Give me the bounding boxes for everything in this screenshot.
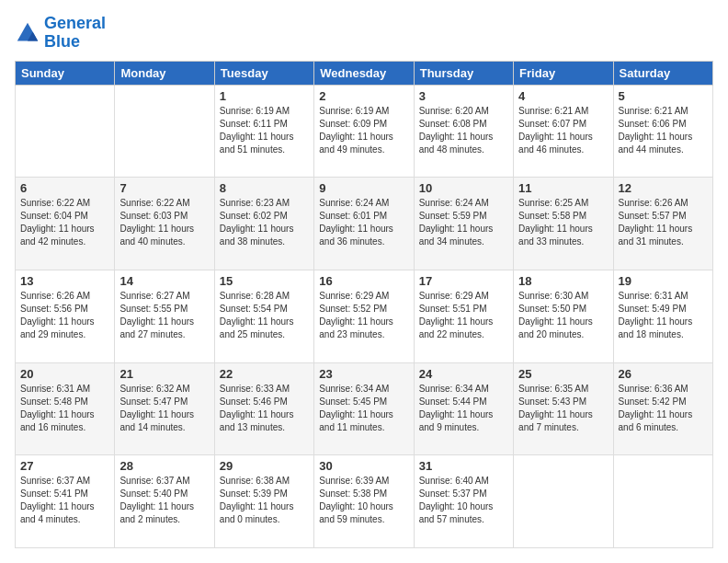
day-number: 8 bbox=[220, 181, 309, 195]
calendar-table: SundayMondayTuesdayWednesdayThursdayFrid… bbox=[15, 61, 713, 548]
day-number: 22 bbox=[220, 367, 309, 381]
logo: General Blue bbox=[15, 15, 106, 52]
calendar-cell: 9Sunrise: 6:24 AM Sunset: 6:01 PM Daylig… bbox=[314, 178, 414, 270]
calendar-cell bbox=[613, 455, 712, 548]
weekday-header: Friday bbox=[514, 61, 613, 85]
day-info: Sunrise: 6:36 AM Sunset: 5:42 PM Dayligh… bbox=[619, 383, 708, 434]
day-info: Sunrise: 6:31 AM Sunset: 5:48 PM Dayligh… bbox=[20, 383, 109, 434]
day-number: 28 bbox=[119, 459, 209, 473]
calendar-cell: 20Sunrise: 6:31 AM Sunset: 5:48 PM Dayli… bbox=[16, 362, 115, 455]
day-info: Sunrise: 6:21 AM Sunset: 6:06 PM Dayligh… bbox=[619, 105, 708, 156]
calendar-cell: 21Sunrise: 6:32 AM Sunset: 5:47 PM Dayli… bbox=[115, 362, 214, 455]
day-info: Sunrise: 6:31 AM Sunset: 5:49 PM Dayligh… bbox=[619, 290, 708, 341]
day-info: Sunrise: 6:22 AM Sunset: 6:03 PM Dayligh… bbox=[119, 197, 209, 248]
day-info: Sunrise: 6:38 AM Sunset: 5:39 PM Dayligh… bbox=[220, 475, 309, 526]
calendar-week-row: 27Sunrise: 6:37 AM Sunset: 5:41 PM Dayli… bbox=[16, 455, 713, 548]
calendar-cell: 26Sunrise: 6:36 AM Sunset: 5:42 PM Dayli… bbox=[613, 362, 712, 455]
weekday-header: Wednesday bbox=[314, 61, 414, 85]
calendar-cell: 23Sunrise: 6:34 AM Sunset: 5:45 PM Dayli… bbox=[314, 362, 414, 455]
day-info: Sunrise: 6:19 AM Sunset: 6:09 PM Dayligh… bbox=[319, 105, 408, 156]
calendar-cell: 1Sunrise: 6:19 AM Sunset: 6:11 PM Daylig… bbox=[214, 85, 313, 178]
calendar-cell: 11Sunrise: 6:25 AM Sunset: 5:58 PM Dayli… bbox=[514, 178, 613, 270]
calendar-cell: 15Sunrise: 6:28 AM Sunset: 5:54 PM Dayli… bbox=[214, 270, 313, 362]
day-number: 11 bbox=[518, 181, 608, 195]
calendar-cell: 31Sunrise: 6:40 AM Sunset: 5:37 PM Dayli… bbox=[414, 455, 513, 548]
day-info: Sunrise: 6:24 AM Sunset: 6:01 PM Dayligh… bbox=[319, 197, 408, 248]
day-number: 13 bbox=[20, 274, 109, 288]
day-number: 27 bbox=[20, 459, 109, 473]
day-number: 23 bbox=[319, 367, 408, 381]
day-info: Sunrise: 6:20 AM Sunset: 6:08 PM Dayligh… bbox=[419, 105, 508, 156]
day-number: 9 bbox=[319, 181, 408, 195]
day-number: 26 bbox=[619, 367, 708, 381]
calendar-cell: 29Sunrise: 6:38 AM Sunset: 5:39 PM Dayli… bbox=[214, 455, 313, 548]
day-number: 20 bbox=[20, 367, 109, 381]
day-info: Sunrise: 6:29 AM Sunset: 5:52 PM Dayligh… bbox=[319, 290, 408, 341]
logo-icon bbox=[15, 20, 40, 46]
calendar-cell bbox=[514, 455, 613, 548]
calendar-cell: 3Sunrise: 6:20 AM Sunset: 6:08 PM Daylig… bbox=[414, 85, 513, 178]
calendar-cell: 7Sunrise: 6:22 AM Sunset: 6:03 PM Daylig… bbox=[115, 178, 214, 270]
calendar-cell: 16Sunrise: 6:29 AM Sunset: 5:52 PM Dayli… bbox=[314, 270, 414, 362]
day-number: 21 bbox=[119, 367, 209, 381]
calendar-cell: 2Sunrise: 6:19 AM Sunset: 6:09 PM Daylig… bbox=[314, 85, 414, 178]
day-info: Sunrise: 6:32 AM Sunset: 5:47 PM Dayligh… bbox=[119, 383, 209, 434]
day-number: 14 bbox=[119, 274, 209, 288]
calendar-cell: 22Sunrise: 6:33 AM Sunset: 5:46 PM Dayli… bbox=[214, 362, 313, 455]
calendar-cell: 8Sunrise: 6:23 AM Sunset: 6:02 PM Daylig… bbox=[214, 178, 313, 270]
weekday-header-row: SundayMondayTuesdayWednesdayThursdayFrid… bbox=[16, 61, 713, 85]
day-number: 29 bbox=[220, 459, 309, 473]
calendar-cell: 4Sunrise: 6:21 AM Sunset: 6:07 PM Daylig… bbox=[514, 85, 613, 178]
day-number: 6 bbox=[20, 181, 109, 195]
day-number: 24 bbox=[419, 367, 508, 381]
day-info: Sunrise: 6:27 AM Sunset: 5:55 PM Dayligh… bbox=[119, 290, 209, 341]
weekday-header: Thursday bbox=[414, 61, 513, 85]
day-number: 7 bbox=[119, 181, 209, 195]
calendar-cell: 27Sunrise: 6:37 AM Sunset: 5:41 PM Dayli… bbox=[16, 455, 115, 548]
calendar-cell: 10Sunrise: 6:24 AM Sunset: 5:59 PM Dayli… bbox=[414, 178, 513, 270]
day-number: 3 bbox=[419, 89, 508, 103]
calendar-cell: 12Sunrise: 6:26 AM Sunset: 5:57 PM Dayli… bbox=[613, 178, 712, 270]
calendar-cell: 25Sunrise: 6:35 AM Sunset: 5:43 PM Dayli… bbox=[514, 362, 613, 455]
calendar-cell: 6Sunrise: 6:22 AM Sunset: 6:04 PM Daylig… bbox=[16, 178, 115, 270]
calendar-week-row: 20Sunrise: 6:31 AM Sunset: 5:48 PM Dayli… bbox=[16, 362, 713, 455]
day-info: Sunrise: 6:39 AM Sunset: 5:38 PM Dayligh… bbox=[319, 475, 408, 526]
header: General Blue bbox=[15, 15, 713, 52]
day-number: 12 bbox=[619, 181, 708, 195]
calendar-cell: 24Sunrise: 6:34 AM Sunset: 5:44 PM Dayli… bbox=[414, 362, 513, 455]
day-info: Sunrise: 6:22 AM Sunset: 6:04 PM Dayligh… bbox=[20, 197, 109, 248]
day-number: 31 bbox=[419, 459, 508, 473]
day-number: 17 bbox=[419, 274, 508, 288]
day-info: Sunrise: 6:26 AM Sunset: 5:57 PM Dayligh… bbox=[619, 197, 708, 248]
calendar-cell: 14Sunrise: 6:27 AM Sunset: 5:55 PM Dayli… bbox=[115, 270, 214, 362]
weekday-header: Saturday bbox=[613, 61, 712, 85]
day-info: Sunrise: 6:29 AM Sunset: 5:51 PM Dayligh… bbox=[419, 290, 508, 341]
day-info: Sunrise: 6:24 AM Sunset: 5:59 PM Dayligh… bbox=[419, 197, 508, 248]
day-number: 15 bbox=[220, 274, 309, 288]
day-number: 4 bbox=[518, 89, 608, 103]
day-info: Sunrise: 6:37 AM Sunset: 5:40 PM Dayligh… bbox=[119, 475, 209, 526]
weekday-header: Monday bbox=[115, 61, 214, 85]
day-info: Sunrise: 6:23 AM Sunset: 6:02 PM Dayligh… bbox=[220, 197, 309, 248]
calendar-week-row: 6Sunrise: 6:22 AM Sunset: 6:04 PM Daylig… bbox=[16, 178, 713, 270]
calendar-week-row: 1Sunrise: 6:19 AM Sunset: 6:11 PM Daylig… bbox=[16, 85, 713, 178]
day-number: 19 bbox=[619, 274, 708, 288]
day-number: 30 bbox=[319, 459, 408, 473]
day-info: Sunrise: 6:33 AM Sunset: 5:46 PM Dayligh… bbox=[220, 383, 309, 434]
calendar-cell: 17Sunrise: 6:29 AM Sunset: 5:51 PM Dayli… bbox=[414, 270, 513, 362]
calendar-cell bbox=[16, 85, 115, 178]
day-info: Sunrise: 6:28 AM Sunset: 5:54 PM Dayligh… bbox=[220, 290, 309, 341]
day-number: 16 bbox=[319, 274, 408, 288]
day-number: 2 bbox=[319, 89, 408, 103]
day-number: 1 bbox=[220, 89, 309, 103]
day-info: Sunrise: 6:30 AM Sunset: 5:50 PM Dayligh… bbox=[518, 290, 608, 341]
day-number: 25 bbox=[518, 367, 608, 381]
calendar-cell: 5Sunrise: 6:21 AM Sunset: 6:06 PM Daylig… bbox=[613, 85, 712, 178]
weekday-header: Sunday bbox=[16, 61, 115, 85]
day-number: 5 bbox=[619, 89, 708, 103]
day-info: Sunrise: 6:34 AM Sunset: 5:44 PM Dayligh… bbox=[419, 383, 508, 434]
page: General Blue SundayMondayTuesdayWednesda… bbox=[0, 0, 728, 563]
day-number: 10 bbox=[419, 181, 508, 195]
day-info: Sunrise: 6:26 AM Sunset: 5:56 PM Dayligh… bbox=[20, 290, 109, 341]
logo-text: General Blue bbox=[44, 15, 106, 52]
